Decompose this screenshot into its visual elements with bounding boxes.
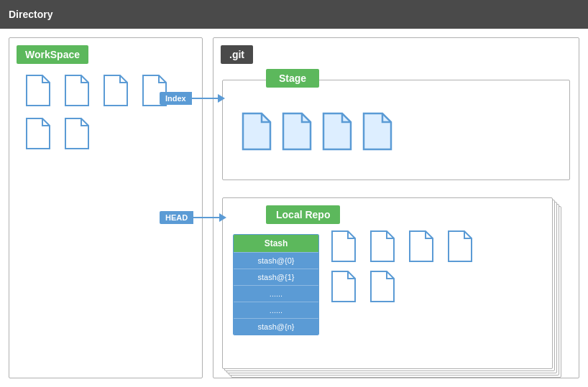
workspace-files [24,74,188,150]
repo-main-card: HEAD Local Repo Stash stash@{0} stash@{1… [222,197,553,369]
repo-file-icon [368,270,397,303]
file-icon [101,74,130,107]
git-panel: .git Index Stage [213,37,579,378]
repo-file-icon [368,230,397,263]
stash-row-2: ...... [234,285,318,302]
stash-row-3: ...... [234,302,318,318]
stash-row-1: stash@{1} [234,269,318,285]
git-label: .git [221,45,253,64]
repo-file-icon [329,270,358,303]
stage-files [233,105,559,158]
repo-files [329,230,542,358]
stash-header: Stash [234,235,318,252]
head-arrow: HEAD [160,211,219,224]
top-bar: Directory [0,0,588,29]
repo-file-row-2 [329,270,542,303]
workspace-panel: WorkSpace [9,37,203,378]
arrow-shaft [192,98,218,99]
stash-row-0: stash@{0} [234,252,318,269]
head-arrow-shaft [193,217,219,218]
head-arrow-head-icon [219,213,226,222]
stage-area: Index Stage [222,80,570,180]
stage-file-icon [361,112,394,151]
stash-row-n: stash@{n} [234,318,318,335]
repo-file-icon [329,230,358,263]
stage-file-icon [240,112,273,151]
arrow-head-icon [218,94,225,103]
stage-file-icon [321,112,354,151]
file-icon [24,74,52,107]
file-icon [63,74,91,107]
workspace-label: WorkSpace [17,45,88,64]
repo-file-row-1 [329,230,542,263]
index-label: Index [160,92,192,105]
repo-section: HEAD Local Repo Stash stash@{0} stash@{1… [222,197,553,369]
index-arrow: Index [160,92,218,105]
repo-file-icon [446,230,474,263]
stage-label: Stage [266,69,319,88]
head-label: HEAD [160,211,193,224]
main-content: WorkSpace [0,29,588,387]
file-icon [63,117,91,150]
page-title: Directory [9,9,52,20]
stage-file-icon [280,112,313,151]
repo-file-icon [407,230,436,263]
file-icon [24,117,52,150]
stash-table: Stash stash@{0} stash@{1} ...... ...... … [233,234,319,335]
local-repo-label: Local Repo [266,205,340,224]
